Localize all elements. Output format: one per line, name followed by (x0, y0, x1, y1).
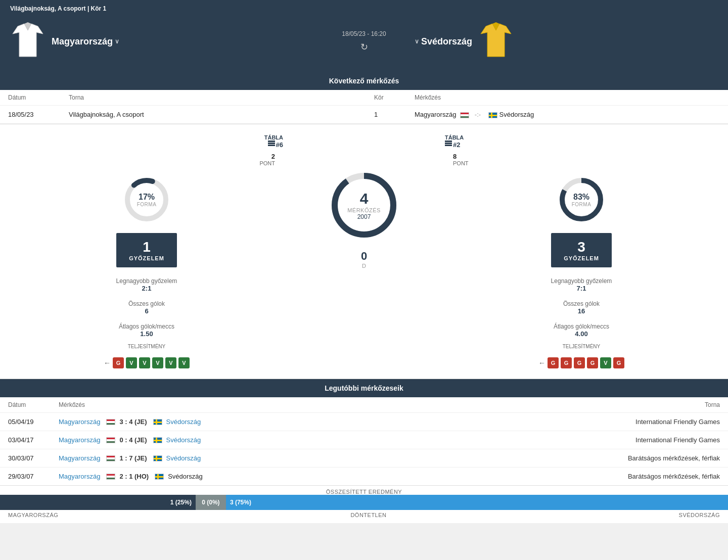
col-datum: Dátum (8, 94, 69, 101)
center-circle: 4 MÉRKŐZÉS 2007 (329, 170, 399, 241)
match-header: Magyarország ∨ 18/05/23 - 16:20 ↻ ∨ Svéd… (10, 16, 718, 72)
recent-row-3: 29/03/07 Magyarország 2 : 1 (HO) Svédors… (0, 468, 728, 485)
summary-names-row: MAGYARORSZÁG DÖNTETLEN SVÉDORSZÁG (0, 510, 728, 523)
recent-torna-3: Barátságos mérkőzések, férfiak (389, 473, 720, 480)
center-stats-block: 4 MÉRKŐZÉS 2007 0 D (283, 134, 445, 269)
next-score: -:- (475, 111, 481, 118)
away-victories-num: 3 (561, 239, 602, 255)
recent-torna-0: International Friendly Games (389, 418, 720, 426)
recent-torna-2: Barátságos mérkőzések, férfiak (389, 454, 720, 462)
recent-away-2[interactable]: Svédország (166, 454, 201, 462)
center-draw-num: 0 (361, 250, 367, 263)
recent-matches-section: Legutóbbi mérkőzeseik Dátum Mérkőzés Tor… (0, 379, 728, 486)
home-forma-pct: 17% (137, 193, 157, 202)
sweden-flag-icon (488, 112, 497, 118)
away-chevron-icon: ∨ (415, 38, 419, 45)
home-chevron-icon: ∨ (115, 38, 119, 45)
home-team-block: Magyarország ∨ (10, 21, 313, 62)
recent-col-torna: Torna (389, 401, 720, 408)
col-torna: Torna (69, 94, 374, 101)
next-match-header: Következő mérkőzés (0, 72, 728, 90)
recent-date-1: 03/04/17 (8, 436, 59, 444)
recent-home-2[interactable]: Magyarország (59, 454, 100, 462)
perf-arrow-left: ← (104, 359, 111, 367)
recent-away-0[interactable]: Svédország (166, 418, 201, 426)
away-performance-row: ← G G G G V G (538, 357, 624, 368)
home-points-val: 2 (10, 153, 275, 160)
away-forma-label: FORMA (572, 202, 592, 207)
away-tablo-label: TÁBLA (445, 134, 464, 141)
next-home-team: Magyarország (415, 111, 456, 118)
recent-away-1[interactable]: Svédország (166, 436, 201, 444)
home-teljesitmeny-label: TELJESÍTMÉNY (128, 344, 165, 349)
flag-se-2 (153, 455, 162, 461)
away-perf-2: G (574, 357, 585, 368)
recent-away-3: Svédország (168, 473, 203, 480)
away-points-label: PONT (453, 160, 718, 166)
recent-row-2: 30/03/07 Magyarország 1 : 7 (JE) Svédors… (0, 449, 728, 468)
col-merkozis: Mérkőzés (415, 94, 720, 101)
summary-section: ÖSSZESÍTETT EREDMÉNY 1 (25%) 0 (0%) 3 (7… (0, 486, 728, 523)
refresh-icon[interactable]: ↻ (313, 41, 415, 53)
next-date: 18/05/23 (8, 111, 69, 118)
recent-score-3: 2 : 1 (HO) (119, 473, 149, 480)
home-perf-2: V (139, 357, 150, 368)
match-center: 18/05/23 - 16:20 ↻ (313, 30, 415, 53)
recent-section-header: Legutóbbi mérkőzeseik (0, 379, 728, 397)
summary-home-val: 1 (25%) (170, 499, 192, 506)
recent-col-merkozis: Mérkőzés (59, 401, 389, 408)
recent-col-headers: Dátum Mérkőzés Torna (0, 397, 728, 413)
home-victory-box: 1 GYŐZELEM (116, 233, 177, 267)
next-away-team: Svédország (499, 111, 534, 118)
center-matches-label: MÉRKŐZÉS (347, 207, 381, 213)
summary-bars: 1 (25%) 0 (0%) 3 (75%) (0, 495, 728, 510)
summary-bar-away: 3 (75%) (226, 495, 728, 510)
away-jersey-icon (478, 21, 514, 62)
home-tablo-rank: #6 (276, 141, 283, 149)
home-avg-goals: Átlagos gólok/meccs 1.50 (119, 323, 174, 338)
summary-draw-name: DÖNTETLEN (350, 512, 386, 518)
next-tournament: Világbajnokság, A csoport (69, 111, 374, 118)
home-perf-0: G (113, 357, 124, 368)
summary-away-val: 3 (75%) (230, 499, 251, 506)
home-perf-1: V (126, 357, 137, 368)
away-forma-pct: 83% (572, 193, 592, 202)
next-round: 1 (374, 111, 415, 118)
perf-arrow-left-away: ← (538, 359, 545, 367)
recent-date-0: 05/04/19 (8, 418, 59, 426)
flag-hu-1 (106, 437, 115, 443)
stats-section: TÁBLA #6 2 PONT (0, 124, 728, 379)
recent-date-3: 29/03/07 (8, 473, 59, 480)
center-draw-block: 0 D (361, 250, 367, 269)
recent-col-datum: Dátum (8, 401, 59, 408)
home-team-name[interactable]: Magyarország ∨ (52, 36, 119, 47)
next-match-col-headers: Dátum Torna Kör Mérkőzés (0, 90, 728, 106)
away-perf-0: G (548, 357, 559, 368)
summary-draw-val: 0 (0%) (202, 499, 219, 506)
home-total-goals: Összes gólok 6 (128, 300, 165, 315)
away-forma-donut: 83% FORMA (556, 174, 607, 225)
recent-teams-3: Magyarország 2 : 1 (HO) Svédország (59, 473, 389, 480)
hungary-flag-icon (460, 112, 469, 118)
center-matches-year: 2007 (347, 213, 381, 220)
away-perf-1: G (561, 357, 572, 368)
home-perf-4: V (165, 357, 176, 368)
col-kor: Kör (374, 94, 415, 101)
recent-home-1[interactable]: Magyarország (59, 436, 100, 444)
recent-date-2: 30/03/07 (8, 454, 59, 462)
home-forma-donut: 17% FORMA (121, 174, 172, 225)
recent-home-3[interactable]: Magyarország (59, 473, 100, 480)
home-victories-label: GYŐZELEM (126, 255, 167, 261)
away-perf-5: G (613, 357, 624, 368)
recent-home-0[interactable]: Magyarország (59, 418, 100, 426)
away-biggest-win: Legnagyobb győzelem 7:1 (551, 277, 612, 292)
breadcrumb: Világbajnokság, A csoport | Kör 1 (10, 5, 718, 16)
next-teams: Magyarország -:- Svédország (415, 111, 720, 118)
home-points-label: PONT (10, 160, 275, 166)
home-performance-row: ← G V V V V V (104, 357, 190, 368)
away-team-name[interactable]: ∨ Svédország (415, 36, 472, 47)
home-stats-block: TÁBLA #6 2 PONT (10, 134, 283, 368)
recent-teams-1: Magyarország 0 : 4 (JE) Svédország (59, 436, 389, 444)
away-perf-4: V (600, 357, 611, 368)
summary-label: ÖSSZESÍTETT EREDMÉNY (0, 486, 728, 495)
